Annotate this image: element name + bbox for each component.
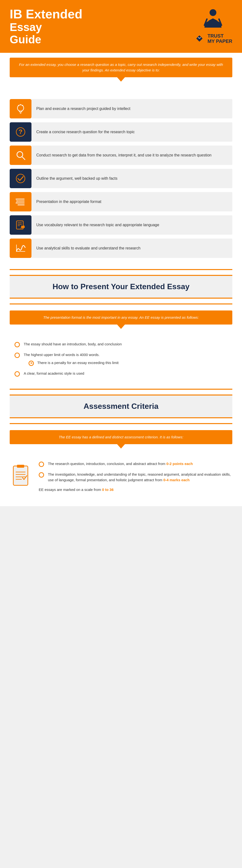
objective-item-7: Use analytical skills to evaluate and un… xyxy=(10,239,232,258)
present-bullet-text-3: A clear, formal academic style is used xyxy=(24,371,84,376)
objective-item-2: ? Create a concise research question for… xyxy=(10,122,232,142)
assess-intro-text: The EE essay has a defined and distinct … xyxy=(17,434,225,440)
obj-icon-5 xyxy=(10,192,31,211)
obj-text-7: Use analytical skills to evaluate and un… xyxy=(31,239,232,258)
svg-rect-29 xyxy=(17,465,24,468)
obj-icon-7 xyxy=(10,239,31,258)
obj-text-3: Conduct research to get data from the so… xyxy=(31,146,232,165)
obj-text-2: Create a concise research question for t… xyxy=(31,122,232,142)
present-bullet-text-2: The highest upper limit of words is 4000… xyxy=(24,352,118,358)
obj-text-6: Use vocabulary relevant to the research … xyxy=(31,215,232,235)
present-heading: How to Present Your Extended Essay xyxy=(20,282,222,292)
bullet-circle-3 xyxy=(14,371,20,377)
svg-rect-28 xyxy=(13,466,28,485)
present-bullet-2: The highest upper limit of words is 4000… xyxy=(14,352,232,366)
section-divider-3 xyxy=(10,389,232,390)
objective-item-3: Conduct research to get data from the so… xyxy=(10,146,232,165)
intro-box: For an extended essay, you choose a rese… xyxy=(10,58,232,77)
notepad-icon xyxy=(11,464,30,488)
present-intro-text: The presentation format is the most impo… xyxy=(17,315,225,320)
objective-item-4: Outline the argument, well backed up wit… xyxy=(10,169,232,188)
assess-bullet-2: The investigation, knowledge, and unders… xyxy=(39,472,232,483)
present-bullet-3: A clear, formal academic style is used xyxy=(14,371,232,377)
question-icon: ? xyxy=(14,126,27,138)
obj-text-5: Presentation in the appropriate format xyxy=(31,192,232,211)
assess-bullet-text-2: The investigation, knowledge, and unders… xyxy=(48,472,232,483)
present-heading-box: How to Present Your Extended Essay xyxy=(10,275,232,299)
brand-logo: TRUST MY PAPER xyxy=(193,32,232,44)
header-right: TRUST MY PAPER xyxy=(193,8,232,44)
assessment-heading: Assessment Criteria xyxy=(20,401,222,411)
present-bullets: The essay should have an introduction, b… xyxy=(10,337,232,377)
section-divider-4 xyxy=(10,423,232,424)
assess-bullet-circle-2 xyxy=(39,472,44,477)
obj-icon-6 xyxy=(10,215,31,235)
intro-text: For an extended essay, you choose a rese… xyxy=(17,62,225,73)
chart-icon xyxy=(14,242,27,254)
assess-bullet-circle-1 xyxy=(39,462,44,467)
assessment-section: The EE essay has a defined and distinct … xyxy=(0,430,242,506)
obj-text-1: Plan and execute a research project guid… xyxy=(31,99,232,118)
obj-icon-3 xyxy=(10,146,31,165)
sub-bullet-1: ✕ There is a penalty for an essay exceed… xyxy=(29,360,118,366)
bullet-circle-2 xyxy=(14,352,20,358)
objective-item-6: Use vocabulary relevant to the research … xyxy=(10,215,232,235)
present-bullet-1: The essay should have an introduction, b… xyxy=(14,341,232,347)
svg-point-0 xyxy=(210,9,216,16)
bullet-circle-1 xyxy=(14,342,20,347)
header-title: IB Extended Essay Guide xyxy=(10,7,82,45)
present-intro-box: The presentation format is the most impo… xyxy=(10,310,232,325)
person-icon xyxy=(202,8,224,30)
assess-icon-box xyxy=(10,461,31,488)
section-divider-1 xyxy=(10,269,232,270)
search-icon xyxy=(14,149,27,161)
assess-bullets: The research question, introduction, con… xyxy=(39,461,232,492)
sub-bullet-text-1: There is a penalty for an essay exceedin… xyxy=(37,360,118,366)
x-bullet-icon: ✕ xyxy=(29,361,34,366)
brand-name-line1: TRUST xyxy=(207,33,232,38)
obj-icon-1 xyxy=(10,99,31,118)
bulb-icon xyxy=(14,103,27,115)
svg-point-3 xyxy=(18,105,24,111)
infographic: IB Extended Essay Guide TRUST MY xyxy=(0,0,242,506)
objective-item-1: Plan and execute a research project guid… xyxy=(10,99,232,118)
assess-intro-box: The EE essay has a defined and distinct … xyxy=(10,430,232,444)
checkmark-icon xyxy=(14,173,27,185)
title-line3: Guide xyxy=(10,33,82,46)
section-divider-2 xyxy=(10,304,232,304)
obj-icon-4 xyxy=(10,169,31,188)
present-bullet-text-1: The essay should have an introduction, b… xyxy=(24,341,122,347)
svg-text:?: ? xyxy=(19,128,23,135)
header-section: IB Extended Essay Guide TRUST MY xyxy=(0,0,242,53)
assess-bullet-1: The research question, introduction, con… xyxy=(39,461,232,467)
obj-icon-2: ? xyxy=(10,122,31,142)
objectives-section: Plan and execute a research project guid… xyxy=(0,89,242,269)
title-line2: Essay xyxy=(10,21,82,33)
edit-icon xyxy=(14,219,27,231)
title-line1: IB Extended xyxy=(10,7,82,21)
assess-content: The research question, introduction, con… xyxy=(10,456,232,492)
assess-bullet-text-1: The research question, introduction, con… xyxy=(48,461,193,467)
list-icon xyxy=(14,196,27,208)
brand-name-line2: MY PAPER xyxy=(207,38,232,44)
present-section: The presentation format is the most impo… xyxy=(0,310,242,389)
assessment-heading-box: Assessment Criteria xyxy=(10,395,232,418)
diamond-icon xyxy=(193,32,205,44)
objective-item-5: Presentation in the appropriate format xyxy=(10,192,232,211)
svg-line-12 xyxy=(22,157,25,160)
obj-text-4: Outline the argument, well backed up wit… xyxy=(31,169,232,188)
scale-text: EE essays are marked on a scale from 0 t… xyxy=(39,488,232,492)
